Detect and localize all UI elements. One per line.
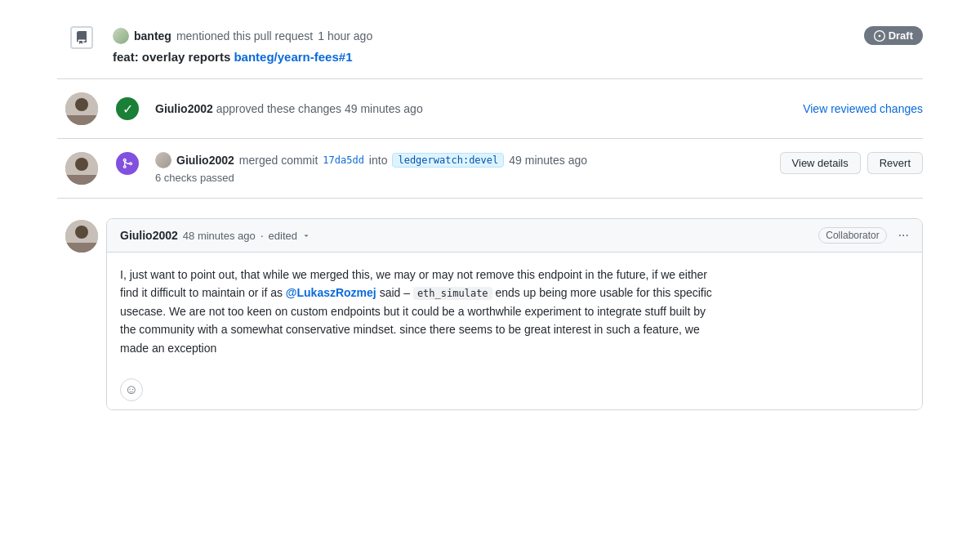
svg-rect-8 bbox=[65, 243, 98, 253]
emoji-reaction-button[interactable]: ☺ bbox=[120, 378, 143, 401]
view-reviewed-changes-link[interactable]: View reviewed changes bbox=[803, 102, 923, 115]
mention-actor: banteg bbox=[134, 29, 172, 42]
comment-body-line2: find it difficult to maintain or if as bbox=[120, 286, 283, 299]
banteg-avatar bbox=[113, 28, 129, 44]
mention-action: mentioned this pull request bbox=[176, 29, 313, 42]
comment-actor: Giulio2002 bbox=[120, 229, 178, 242]
comment-body-line4: the community with a somewhat conservati… bbox=[120, 323, 700, 336]
mention-content: banteg mentioned this pull request 1 hou… bbox=[106, 26, 923, 65]
comment-footer: ☺ bbox=[107, 370, 922, 409]
comment-avatar-col bbox=[57, 218, 106, 253]
merge-actor-avatar bbox=[155, 152, 172, 168]
collaborator-badge: Collaborator bbox=[818, 227, 886, 244]
comment-body-line3: usecase. We are not too keen on custom e… bbox=[120, 305, 706, 318]
comment-time-text: 48 minutes ago bbox=[183, 230, 256, 242]
comment-time: 48 minutes ago bbox=[183, 230, 256, 242]
svg-rect-5 bbox=[65, 175, 98, 185]
comment-body-line5: made an exception bbox=[120, 342, 216, 355]
mention-icon bbox=[70, 26, 93, 49]
mention-row: banteg mentioned this pull request 1 hou… bbox=[57, 16, 923, 79]
draft-badge-label: Draft bbox=[889, 29, 913, 42]
comment-text: I, just want to point out, that while we… bbox=[120, 266, 909, 357]
merge-actions: View details Revert bbox=[780, 152, 923, 174]
comment-body-line2b: said – bbox=[380, 286, 410, 299]
comment-mention-user[interactable]: @LukaszRozmej bbox=[286, 286, 376, 299]
mention-header: banteg mentioned this pull request 1 hou… bbox=[113, 26, 923, 45]
mention-icon-col bbox=[57, 26, 106, 49]
merge-header: Giulio2002 merged commit 17da5dd into le… bbox=[155, 152, 770, 168]
checks-passed: 6 checks passed bbox=[155, 172, 770, 184]
merge-content: Giulio2002 merged commit 17da5dd into le… bbox=[149, 152, 770, 184]
merge-row: Giulio2002 merged commit 17da5dd into le… bbox=[57, 139, 923, 199]
giulio-avatar-comment bbox=[65, 220, 98, 253]
svg-point-1 bbox=[75, 98, 88, 111]
approval-time: 49 minutes ago bbox=[345, 102, 423, 115]
draft-badge: Draft bbox=[864, 26, 923, 45]
giulio-avatar-merge bbox=[65, 152, 98, 185]
edited-label: edited bbox=[269, 230, 297, 242]
merge-branch: ledgerwatch:devel bbox=[392, 153, 504, 168]
mention-time: 1 hour ago bbox=[318, 29, 372, 42]
mention-pr-title: feat: overlay reports banteg/yearn-fees#… bbox=[113, 50, 923, 64]
comment-box: Giulio2002 48 minutes ago · edited Colla… bbox=[106, 218, 923, 410]
merge-avatar-col bbox=[57, 152, 106, 185]
approval-avatar-col bbox=[57, 92, 106, 125]
pr-link[interactable]: banteg/yearn-fees#1 bbox=[234, 50, 352, 64]
comment-body-line1: I, just want to point out, that while we… bbox=[120, 268, 707, 281]
approval-action-text: approved these changes bbox=[216, 102, 341, 115]
chevron-down-icon bbox=[302, 231, 310, 239]
svg-point-4 bbox=[75, 158, 88, 171]
merge-action: merged commit bbox=[239, 154, 318, 167]
merge-commit[interactable]: 17da5dd bbox=[323, 154, 364, 166]
merge-into: into bbox=[369, 154, 388, 167]
approval-actor: Giulio2002 bbox=[155, 102, 213, 115]
comment-separator: · bbox=[261, 229, 264, 242]
approval-content: Giulio2002 approved these changes 49 min… bbox=[149, 102, 793, 115]
smiley-icon: ☺ bbox=[125, 382, 138, 397]
more-options-icon[interactable]: ··· bbox=[898, 228, 909, 243]
comment-body: I, just want to point out, that while we… bbox=[107, 253, 922, 370]
check-circle: ✓ bbox=[116, 97, 139, 120]
view-details-button[interactable]: View details bbox=[780, 152, 861, 174]
comment-header: Giulio2002 48 minutes ago · edited Colla… bbox=[107, 219, 922, 253]
giulio-avatar-approval bbox=[65, 92, 98, 125]
comment-body-line2c: ends up being more usable for this speci… bbox=[495, 286, 711, 299]
merge-time: 49 minutes ago bbox=[509, 154, 587, 167]
comment-section: Giulio2002 48 minutes ago · edited Colla… bbox=[57, 199, 923, 417]
comment-code: eth_simulate bbox=[413, 287, 492, 300]
merge-icon bbox=[116, 152, 139, 175]
svg-point-7 bbox=[75, 226, 88, 239]
revert-button[interactable]: Revert bbox=[867, 152, 923, 174]
merge-actor: Giulio2002 bbox=[176, 154, 234, 167]
edited-dropdown[interactable] bbox=[302, 231, 310, 239]
approval-row: ✓ Giulio2002 approved these changes 49 m… bbox=[57, 79, 923, 139]
